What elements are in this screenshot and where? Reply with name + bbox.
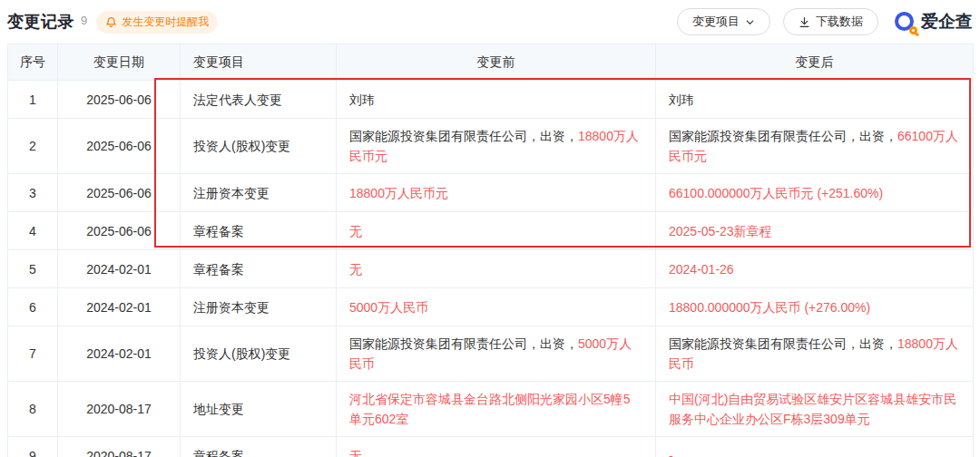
cell-change-date: 2025-06-06 [58, 119, 181, 174]
cell-row-number: 4 [8, 212, 58, 250]
cell-after-value: 2024-01-26 [656, 250, 974, 288]
change-records-page: 变更记录 9 发生变更时提醒我 变更项目 [0, 0, 980, 457]
cell-change-item: 法定代表人变更 [181, 81, 337, 119]
cell-change-item: 注册资本变更 [181, 174, 337, 212]
change-records-table: 序号 变更日期 变更项目 变更前 变更后 1 2025-06-06 法定代表人变… [7, 44, 974, 457]
table-row: 7 2024-02-01 投资人(股权)变更 国家能源投资集团有限责任公司，出资… [8, 326, 974, 382]
cell-after-value: 18800.000000万人民币 (+276.00%) [656, 288, 974, 326]
cell-before-value: 河北省保定市容城县金台路北侧阳光家园小区5幢5单元602室 [337, 382, 656, 437]
change-table-body: 1 2025-06-06 法定代表人变更 刘玮 刘玮 2 2025-06-06 … [8, 81, 974, 457]
table-row: 5 2024-02-01 章程备案 无 2024-01-26 [8, 250, 974, 288]
cell-row-number: 5 [8, 250, 58, 288]
download-button-label: 下载数据 [816, 14, 863, 30]
cell-row-number: 2 [8, 119, 58, 174]
records-count: 9 [81, 14, 87, 27]
table-header-row: 序号 变更日期 变更项目 变更前 变更后 [8, 44, 974, 81]
cell-row-number: 8 [8, 382, 58, 437]
cell-change-date: 2025-06-06 [58, 212, 181, 250]
cell-after-value: 刘玮 [656, 81, 974, 119]
chevron-down-icon [745, 17, 755, 27]
cell-change-item: 章程备案 [181, 437, 337, 457]
column-header-no: 序号 [8, 44, 58, 81]
cell-row-number: 6 [8, 288, 58, 326]
cell-row-number: 1 [8, 81, 58, 119]
table-row: 3 2025-06-06 注册资本变更 18800万人民币元 66100.000… [8, 174, 974, 212]
cell-change-date: 2025-06-06 [58, 174, 181, 212]
cell-change-date: 2024-02-01 [58, 326, 181, 382]
cell-after-value: 国家能源投资集团有限责任公司，出资，18800万人民币 [656, 326, 974, 382]
cell-row-number: 9 [8, 437, 58, 457]
cell-before-value: 国家能源投资集团有限责任公司，出资，5000万人民币 [337, 326, 656, 382]
cell-change-item: 投资人(股权)变更 [181, 326, 337, 382]
change-item-filter-button[interactable]: 变更项目 [677, 8, 770, 35]
cell-change-date: 2024-02-01 [58, 288, 181, 326]
cell-change-date: 2024-02-01 [58, 250, 181, 288]
table-row: 1 2025-06-06 法定代表人变更 刘玮 刘玮 [8, 81, 974, 119]
cell-change-item: 地址变更 [181, 382, 337, 437]
cell-before-value: 5000万人民币 [337, 288, 656, 326]
cell-before-value: 无 [337, 437, 656, 457]
cell-before-value: 刘玮 [337, 81, 656, 119]
cell-after-value: 66100.000000万人民币元 (+251.60%) [656, 174, 974, 212]
download-data-button[interactable]: 下载数据 [783, 8, 878, 35]
cell-change-date: 2020-08-17 [58, 437, 181, 457]
cell-change-item: 投资人(股权)变更 [181, 119, 337, 174]
cell-after-value: 中国(河北)自由贸易试验区雄安片区容城县雄安市民服务中心企业办公区F栋3层309… [656, 382, 974, 437]
cell-before-value: 18800万人民币元 [337, 174, 656, 212]
cell-before-value: 国家能源投资集团有限责任公司，出资，18800万人民币元 [337, 119, 656, 174]
column-header-item: 变更项目 [181, 44, 337, 81]
download-icon [799, 16, 810, 28]
aiqicha-logo-text: 爱企查 [921, 10, 973, 34]
table-row: 8 2020-08-17 地址变更 河北省保定市容城县金台路北侧阳光家园小区5幢… [8, 382, 974, 437]
cell-change-item: 章程备案 [181, 250, 337, 288]
cell-after-value: 国家能源投资集团有限责任公司，出资，66100万人民币元 [656, 119, 974, 174]
column-header-before: 变更前 [337, 44, 656, 81]
cell-before-value: 无 [337, 250, 656, 288]
cell-row-number: 3 [8, 174, 58, 212]
page-title: 变更记录 [7, 11, 74, 33]
column-header-date: 变更日期 [58, 44, 181, 81]
column-header-after: 变更后 [656, 44, 974, 81]
bell-icon [105, 16, 117, 28]
aiqicha-logo-icon [895, 11, 916, 33]
remind-me-label: 发生变更时提醒我 [122, 15, 209, 30]
cell-change-date: 2020-08-17 [58, 382, 181, 437]
cell-before-value: 无 [337, 212, 656, 250]
cell-change-item: 注册资本变更 [181, 288, 337, 326]
cell-change-date: 2025-06-06 [58, 81, 181, 119]
table-row: 9 2020-08-17 章程备案 无 - [8, 437, 974, 457]
cell-after-value: 2025-05-23新章程 [656, 212, 974, 250]
table-row: 2 2025-06-06 投资人(股权)变更 国家能源投资集团有限责任公司，出资… [8, 119, 974, 174]
aiqicha-logo[interactable]: 爱企查 [895, 10, 973, 34]
cell-change-item: 章程备案 [181, 212, 337, 250]
filter-button-label: 变更项目 [692, 14, 740, 30]
cell-after-value: - [656, 437, 974, 457]
table-row: 4 2025-06-06 章程备案 无 2025-05-23新章程 [8, 212, 974, 250]
section-header: 变更记录 9 发生变更时提醒我 变更项目 [7, 7, 973, 36]
remind-me-button[interactable]: 发生变更时提醒我 [96, 11, 218, 34]
cell-row-number: 7 [8, 326, 58, 382]
table-row: 6 2024-02-01 注册资本变更 5000万人民币 18800.00000… [8, 288, 974, 326]
